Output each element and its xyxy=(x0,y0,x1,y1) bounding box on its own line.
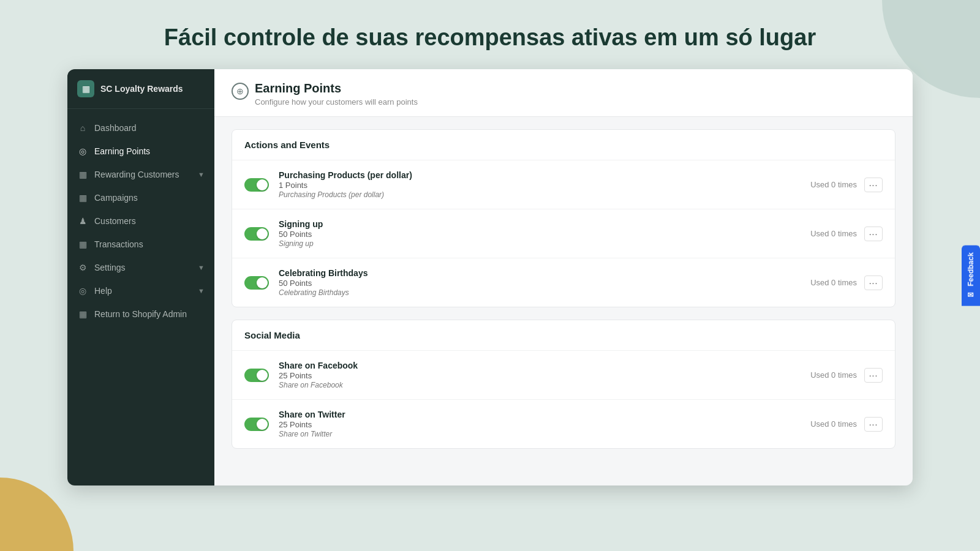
more-button-purchasing-products[interactable]: ··· xyxy=(864,178,883,192)
action-row-celebrating-birthdays: Celebrating Birthdays 50 Points Celebrat… xyxy=(232,258,895,307)
bg-shape-bottom-left xyxy=(0,478,74,551)
action-desc-celebrating-birthdays: Celebrating Birthdays xyxy=(279,288,801,297)
action-meta-signing-up: Used 0 times ··· xyxy=(810,227,883,241)
toggle-share-facebook[interactable] xyxy=(244,369,269,382)
action-name-celebrating-birthdays: Celebrating Birthdays xyxy=(279,268,801,278)
used-times-celebrating-birthdays: Used 0 times xyxy=(810,278,857,287)
action-info-share-facebook: Share on Facebook 25 Points Share on Fac… xyxy=(279,361,801,389)
nav-label-dashboard: Dashboard xyxy=(94,123,137,133)
hero-title: Fácil controle de suas recompensas ativa… xyxy=(0,0,980,69)
sidebar-item-return-shopify[interactable]: ▦ Return to Shopify Admin xyxy=(67,302,214,326)
sidebar-item-earning-points[interactable]: ◎ Earning Points xyxy=(67,140,214,163)
brand-name: SC Loyalty Rewards xyxy=(100,84,183,94)
nav-icon-campaigns: ▦ xyxy=(77,192,88,203)
chevron-icon-help: ▼ xyxy=(198,287,205,294)
nav-label-campaigns: Campaigns xyxy=(94,193,138,203)
action-info-celebrating-birthdays: Celebrating Birthdays 50 Points Celebrat… xyxy=(279,268,801,297)
sidebar-item-campaigns[interactable]: ▦ Campaigns xyxy=(67,186,214,209)
section-title-actions-events: Actions and Events xyxy=(232,130,895,160)
feedback-tab[interactable]: ✉ Feedback xyxy=(962,245,980,305)
section-actions-events: Actions and Events Purchasing Products (… xyxy=(232,129,895,307)
more-button-share-facebook[interactable]: ··· xyxy=(864,368,883,383)
action-name-share-twitter: Share on Twitter xyxy=(279,410,801,419)
page-subtitle: Configure how your customers will earn p… xyxy=(255,97,418,107)
used-times-purchasing-products: Used 0 times xyxy=(810,180,857,189)
toggle-share-twitter[interactable] xyxy=(244,418,269,431)
main-content: ⊕ Earning Points Configure how your cust… xyxy=(214,69,913,485)
used-times-share-twitter: Used 0 times xyxy=(810,419,857,429)
sidebar-item-dashboard[interactable]: ⌂ Dashboard xyxy=(67,116,214,140)
action-desc-share-twitter: Share on Twitter xyxy=(279,430,801,438)
page-header-text: Earning Points Configure how your custom… xyxy=(255,81,418,107)
toggle-celebrating-birthdays[interactable] xyxy=(244,276,269,290)
nav-label-customers: Customers xyxy=(94,216,136,226)
action-row-share-twitter: Share on Twitter 25 Points Share on Twit… xyxy=(232,400,895,448)
more-button-share-twitter[interactable]: ··· xyxy=(864,417,883,432)
action-desc-purchasing-products: Purchasing Products (per dollar) xyxy=(279,190,801,199)
nav-label-earning-points: Earning Points xyxy=(94,146,150,156)
nav-icon-settings: ⚙ xyxy=(77,262,88,273)
toggle-purchasing-products[interactable] xyxy=(244,178,269,192)
chevron-icon-rewarding-customers: ▼ xyxy=(198,171,205,178)
sidebar-item-transactions[interactable]: ▦ Transactions xyxy=(67,233,214,256)
action-name-purchasing-products: Purchasing Products (per dollar) xyxy=(279,170,801,180)
action-name-share-facebook: Share on Facebook xyxy=(279,361,801,370)
sidebar-item-rewarding-customers[interactable]: ▦ Rewarding Customers ▼ xyxy=(67,163,214,186)
section-social-media: Social Media Share on Facebook 25 Points… xyxy=(232,320,895,449)
action-meta-share-twitter: Used 0 times ··· xyxy=(810,417,883,432)
action-points-share-twitter: 25 Points xyxy=(279,420,801,429)
used-times-share-facebook: Used 0 times xyxy=(810,370,857,380)
toggle-signing-up[interactable] xyxy=(244,227,269,241)
more-button-signing-up[interactable]: ··· xyxy=(864,227,883,241)
nav-icon-transactions: ▦ xyxy=(77,239,88,250)
content-area: Actions and Events Purchasing Products (… xyxy=(214,117,913,473)
sidebar-item-customers[interactable]: ♟ Customers xyxy=(67,209,214,233)
nav-icon-return-shopify: ▦ xyxy=(77,309,88,320)
nav-label-help: Help xyxy=(94,286,112,296)
sidebar-brand: ▦ SC Loyalty Rewards xyxy=(67,69,214,109)
action-info-signing-up: Signing up 50 Points Signing up xyxy=(279,219,801,248)
sidebar-item-settings[interactable]: ⚙ Settings ▼ xyxy=(67,256,214,279)
nav-label-rewarding-customers: Rewarding Customers xyxy=(94,170,179,179)
nav-icon-earning-points: ◎ xyxy=(77,146,88,157)
action-row-purchasing-products: Purchasing Products (per dollar) 1 Point… xyxy=(232,160,895,209)
nav-icon-help: ◎ xyxy=(77,285,88,296)
action-row-share-facebook: Share on Facebook 25 Points Share on Fac… xyxy=(232,351,895,400)
action-meta-purchasing-products: Used 0 times ··· xyxy=(810,178,883,192)
brand-icon: ▦ xyxy=(77,80,94,97)
action-desc-share-facebook: Share on Facebook xyxy=(279,381,801,389)
action-info-purchasing-products: Purchasing Products (per dollar) 1 Point… xyxy=(279,170,801,199)
used-times-signing-up: Used 0 times xyxy=(810,229,857,238)
nav-label-return-shopify: Return to Shopify Admin xyxy=(94,309,187,319)
action-meta-celebrating-birthdays: Used 0 times ··· xyxy=(810,276,883,290)
page-title: Earning Points xyxy=(255,81,418,96)
action-row-signing-up: Signing up 50 Points Signing up Used 0 t… xyxy=(232,209,895,258)
sidebar: ▦ SC Loyalty Rewards ⌂ Dashboard ◎ Earni… xyxy=(67,69,214,485)
feedback-icon: ✉ xyxy=(967,290,975,299)
action-meta-share-facebook: Used 0 times ··· xyxy=(810,368,883,383)
nav-label-settings: Settings xyxy=(94,263,126,272)
action-points-purchasing-products: 1 Points xyxy=(279,181,801,190)
page-header-icon: ⊕ xyxy=(232,83,249,100)
action-points-signing-up: 50 Points xyxy=(279,230,801,239)
more-button-celebrating-birthdays[interactable]: ··· xyxy=(864,276,883,290)
action-desc-signing-up: Signing up xyxy=(279,239,801,248)
nav-icon-customers: ♟ xyxy=(77,216,88,227)
action-points-share-facebook: 25 Points xyxy=(279,371,801,380)
nav-icon-rewarding-customers: ▦ xyxy=(77,169,88,180)
chevron-icon-settings: ▼ xyxy=(198,264,205,271)
sidebar-nav: ⌂ Dashboard ◎ Earning Points ▦ Rewarding… xyxy=(67,109,214,485)
app-wrapper: ▦ SC Loyalty Rewards ⌂ Dashboard ◎ Earni… xyxy=(67,69,913,485)
action-name-signing-up: Signing up xyxy=(279,219,801,229)
action-points-celebrating-birthdays: 50 Points xyxy=(279,279,801,288)
action-info-share-twitter: Share on Twitter 25 Points Share on Twit… xyxy=(279,410,801,438)
nav-icon-dashboard: ⌂ xyxy=(77,122,88,133)
feedback-label: Feedback xyxy=(967,252,975,286)
nav-label-transactions: Transactions xyxy=(94,239,143,249)
page-header: ⊕ Earning Points Configure how your cust… xyxy=(214,69,913,117)
sidebar-item-help[interactable]: ◎ Help ▼ xyxy=(67,279,214,302)
section-title-social-media: Social Media xyxy=(232,320,895,351)
